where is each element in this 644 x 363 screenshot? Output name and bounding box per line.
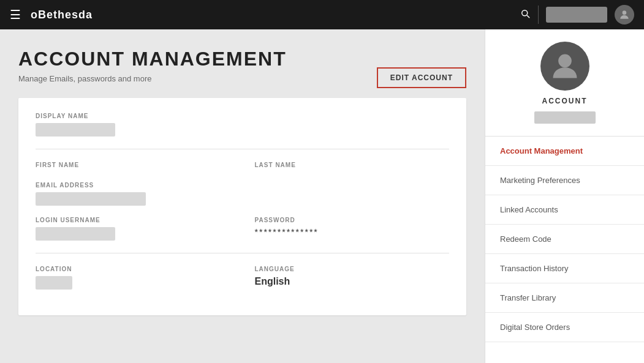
email-value: [36, 192, 146, 206]
form-card: Display Name First Name Last Name Email …: [18, 98, 466, 315]
search-input[interactable]: [546, 7, 607, 23]
right-sidebar: Account Account Management Marketing Pre…: [485, 29, 644, 363]
display-name-group: Display Name: [36, 113, 449, 137]
form-divider-1: [36, 149, 449, 149]
username-group: Login Username: [36, 217, 230, 241]
sidebar-item-linked-accounts[interactable]: Linked Accounts: [485, 195, 644, 225]
username-value: [36, 227, 115, 241]
last-name-label: Last Name: [255, 162, 450, 168]
language-group: Language English: [255, 266, 450, 290]
location-label: Location: [36, 266, 230, 272]
username-label: Login Username: [36, 217, 230, 223]
sidebar-item-transaction-history[interactable]: Transaction History: [485, 254, 644, 283]
sidebar-item-transfer-library[interactable]: Transfer Library: [485, 283, 644, 313]
language-label: Language: [255, 266, 450, 272]
display-name-label: Display Name: [36, 113, 449, 119]
display-name-value: [36, 123, 115, 137]
password-group: Password **************: [255, 217, 450, 241]
last-name-group: Last Name: [255, 162, 450, 172]
edit-account-button[interactable]: Edit Account: [377, 67, 466, 88]
language-value: English: [255, 276, 450, 287]
sidebar-account-label: Account: [542, 97, 588, 105]
main-container: Account Management Manage Emails, passwo…: [0, 29, 644, 363]
nav-left: ☰ oBethesda: [10, 7, 93, 22]
sidebar-item-account-management[interactable]: Account Management: [485, 137, 644, 166]
nav-divider: [538, 6, 539, 24]
user-avatar-nav[interactable]: [615, 5, 634, 24]
sidebar-item-digital-store-orders[interactable]: Digital Store Orders: [485, 313, 644, 342]
location-group: Location: [36, 266, 230, 290]
sidebar-item-marketing-preferences[interactable]: Marketing Preferences: [485, 166, 644, 195]
name-row: First Name Last Name: [36, 162, 449, 172]
password-label: Password: [255, 217, 450, 223]
svg-point-1: [558, 54, 572, 68]
svg-point-0: [623, 10, 627, 15]
nav-right: [520, 5, 634, 24]
email-label: Email Address: [36, 182, 449, 189]
first-name-group: First Name: [36, 162, 230, 172]
top-navigation: ☰ oBethesda: [0, 0, 644, 29]
email-group: Email Address: [36, 182, 449, 206]
sidebar-username-bar: [534, 111, 596, 124]
sidebar-avatar: [540, 42, 589, 91]
sidebar-nav: Account Management Marketing Preferences…: [485, 137, 644, 342]
first-name-label: First Name: [36, 162, 230, 168]
location-value: [36, 276, 72, 290]
search-icon[interactable]: [520, 8, 531, 22]
locale-row: Location Language English: [36, 266, 449, 290]
credentials-row: Login Username Password **************: [36, 217, 449, 241]
hamburger-icon[interactable]: ☰: [10, 7, 21, 22]
content-area: Account Management Manage Emails, passwo…: [0, 29, 485, 363]
form-divider-2: [36, 253, 449, 253]
password-value: **************: [255, 227, 450, 237]
sidebar-item-redeem-code[interactable]: Redeem Code: [485, 225, 644, 254]
logo: oBethesda: [31, 9, 93, 21]
